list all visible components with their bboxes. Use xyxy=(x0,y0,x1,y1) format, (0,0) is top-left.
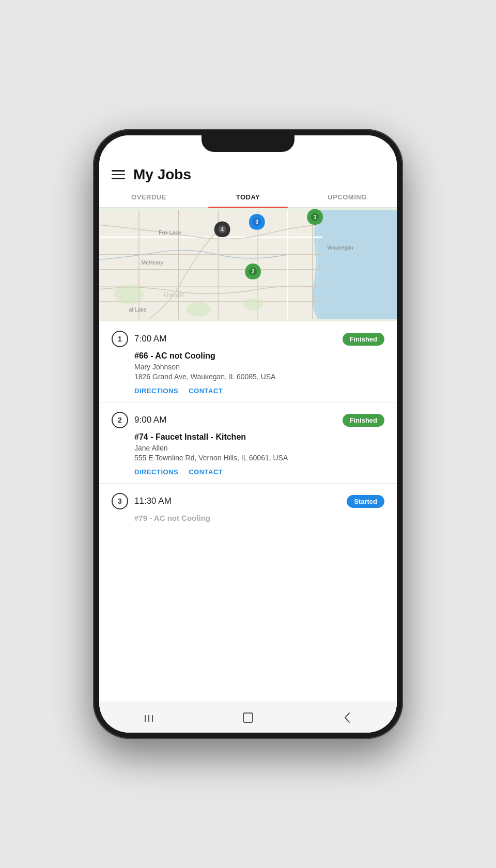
job-3-title: #79 - AC not Cooling xyxy=(134,514,384,522)
svg-text:Fox Lake: Fox Lake xyxy=(159,229,181,236)
job-3-header: 3 11:30 AM Started xyxy=(112,493,384,509)
svg-text:al Lake: al Lake xyxy=(129,306,147,313)
job-2-status: Finished xyxy=(343,414,384,427)
job-item-2: 2 9:00 AM Finished #74 - Faucet Install … xyxy=(99,402,397,484)
nav-back-button[interactable] xyxy=(334,707,360,728)
directions-button-1[interactable]: DIRECTIONS xyxy=(134,387,178,395)
svg-rect-31 xyxy=(152,715,153,722)
phone-frame: My Jobs OVERDUE TODAY UPCOMING xyxy=(93,129,403,739)
page-title: My Jobs xyxy=(133,166,191,183)
svg-point-14 xyxy=(186,302,211,317)
svg-point-13 xyxy=(114,284,144,304)
job-1-header: 1 7:00 AM Finished xyxy=(112,331,384,347)
job-3-time: 11:30 AM xyxy=(134,496,172,506)
job-list: 1 7:00 AM Finished #66 - AC not Cooling … xyxy=(99,321,397,702)
job-1-actions: DIRECTIONS CONTACT xyxy=(134,387,384,395)
directions-button-2[interactable]: DIRECTIONS xyxy=(134,468,178,476)
job-1-number: 1 xyxy=(112,331,128,347)
bottom-nav xyxy=(99,702,397,733)
map[interactable]: Fox Lake McHenry Waukegan al Lake Google… xyxy=(99,208,397,321)
contact-button-1[interactable]: CONTACT xyxy=(189,387,223,395)
tabs: OVERDUE TODAY UPCOMING xyxy=(99,187,397,208)
tab-overdue[interactable]: OVERDUE xyxy=(99,187,198,207)
svg-text:3: 3 xyxy=(255,219,258,225)
job-2-address: 555 E Townline Rd, Vernon Hills, IL 6006… xyxy=(134,454,384,462)
job-2-title: #74 - Faucet Install - Kitchen xyxy=(134,432,384,442)
job-item-3: 3 11:30 AM Started #79 - AC not Cooling xyxy=(99,484,397,526)
svg-rect-29 xyxy=(145,715,146,722)
tab-upcoming[interactable]: UPCOMING xyxy=(298,187,397,207)
job-2-time: 9:00 AM xyxy=(134,415,166,425)
nav-home-button[interactable] xyxy=(136,707,162,728)
job-2-actions: DIRECTIONS CONTACT xyxy=(134,468,384,476)
svg-text:McHenry: McHenry xyxy=(142,259,164,266)
home-icon xyxy=(143,712,155,723)
job-1-time: 7:00 AM xyxy=(134,334,166,344)
job-3-status: Started xyxy=(347,495,384,508)
svg-rect-30 xyxy=(148,715,149,722)
job-2-header: 2 9:00 AM Finished xyxy=(112,412,384,428)
job-2-customer: Jane Allen xyxy=(134,444,384,452)
nav-home-square-button[interactable] xyxy=(235,707,261,728)
menu-button[interactable] xyxy=(112,170,125,179)
contact-button-2[interactable]: CONTACT xyxy=(189,468,223,476)
app-content: My Jobs OVERDUE TODAY UPCOMING xyxy=(99,160,397,733)
job-2-number: 2 xyxy=(112,412,128,428)
job-3-number: 3 xyxy=(112,493,128,509)
phone-screen: My Jobs OVERDUE TODAY UPCOMING xyxy=(99,135,397,733)
job-item-1: 1 7:00 AM Finished #66 - AC not Cooling … xyxy=(99,321,397,402)
svg-text:2: 2 xyxy=(252,268,255,274)
svg-text:1: 1 xyxy=(314,214,317,220)
svg-rect-1 xyxy=(317,210,397,319)
job-1-customer: Mary Johnson xyxy=(134,363,384,371)
job-1-title: #66 - AC not Cooling xyxy=(134,351,384,361)
job-1-status: Finished xyxy=(343,333,384,346)
job-1-address: 1826 Grand Ave, Waukegan, IL 60085, USA xyxy=(134,373,384,381)
job-3-number-time: 3 11:30 AM xyxy=(112,493,172,509)
job-1-number-time: 1 7:00 AM xyxy=(112,331,166,347)
svg-rect-32 xyxy=(243,713,253,722)
svg-point-15 xyxy=(243,298,262,310)
svg-text:4: 4 xyxy=(221,226,224,233)
job-2-number-time: 2 9:00 AM xyxy=(112,412,166,428)
svg-text:Waukegan: Waukegan xyxy=(328,244,353,251)
notch xyxy=(202,135,295,152)
header: My Jobs xyxy=(99,160,397,187)
square-icon xyxy=(242,712,254,723)
svg-text:Google: Google xyxy=(164,290,184,298)
tab-today[interactable]: TODAY xyxy=(198,187,298,207)
back-icon xyxy=(343,712,351,723)
